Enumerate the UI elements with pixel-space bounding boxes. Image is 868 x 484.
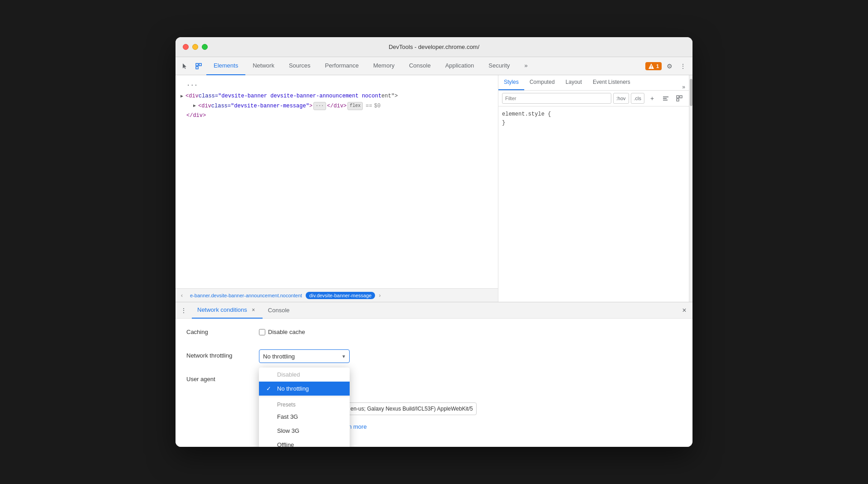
breadcrumb-item-1[interactable]: e-banner.devsite-banner-announcement.noc… — [186, 292, 306, 299]
svg-rect-6 — [663, 97, 668, 97]
html-line-3[interactable]: </div> — [176, 111, 498, 121]
html-line-2[interactable]: ▶ <div class= "devsite-banner-message" >… — [176, 102, 498, 111]
new-style-rule-icon[interactable] — [660, 92, 672, 104]
throttling-select[interactable]: No throttling Fast 3G Slow 3G Offline — [259, 349, 350, 363]
drawer-tabs-bar: ⋮ Network conditions × Console × — [176, 302, 692, 319]
dropdown-fast3g-item[interactable]: Fast 3G — [259, 410, 350, 424]
drawer-tab-network-conditions[interactable]: Network conditions × — [192, 302, 263, 319]
svg-rect-4 — [651, 65, 651, 67]
triangle-icon: ▶ — [179, 94, 185, 99]
tab-computed[interactable]: Computed — [524, 75, 560, 90]
filter-input[interactable] — [502, 93, 611, 104]
dropdown-presets-header: Presets — [259, 398, 350, 410]
styles-filter-bar: :hov .cls + — [498, 91, 689, 106]
breadcrumb-left-arrow[interactable]: ‹ — [177, 289, 186, 302]
throttling-label: Network throttling — [186, 349, 259, 359]
triangle-icon-2: ▶ — [192, 103, 197, 109]
tab-styles[interactable]: Styles — [498, 75, 524, 90]
tab-console[interactable]: Console — [402, 57, 438, 75]
hov-button[interactable]: :hov — [613, 93, 629, 104]
html-line-1[interactable]: ▶ <div class= "devsite-banner devsite-ba… — [176, 92, 498, 101]
elements-panel: ··· ▶ <div class= "devsite-banner devsit… — [176, 75, 498, 302]
minimize-button[interactable] — [192, 44, 198, 50]
notification-badge[interactable]: 1 — [645, 62, 662, 70]
tab-memory[interactable]: Memory — [366, 57, 402, 75]
main-content: ··· ▶ <div class= "devsite-banner devsit… — [176, 75, 692, 302]
devtools-window: DevTools - developer.chrome.com/ Element… — [176, 37, 692, 447]
nc-content: Caching Disable cache Network throttling… — [176, 319, 692, 447]
dropdown-slow3g-item[interactable]: Slow 3G — [259, 424, 350, 438]
check-icon: ✓ — [266, 385, 273, 392]
throttling-dropdown: Disabled ✓ No throttling Presets Fast 3G — [259, 368, 350, 447]
caching-row: Caching Disable cache — [186, 326, 682, 340]
styles-panel: Styles Computed Layout Event Listeners » — [498, 75, 689, 302]
bottom-drawer: ⋮ Network conditions × Console × Caching — [176, 302, 692, 447]
cursor-icon[interactable] — [179, 60, 191, 72]
tab-application[interactable]: Application — [438, 57, 482, 75]
svg-rect-1 — [196, 67, 198, 69]
drawer-menu-icon[interactable]: ⋮ — [177, 304, 190, 317]
tab-security[interactable]: Security — [481, 57, 517, 75]
styles-tabs: Styles Computed Layout Event Listeners » — [498, 75, 689, 91]
tab-more[interactable]: » — [517, 57, 535, 75]
traffic-lights — [183, 44, 208, 50]
html-line-dots: ··· — [176, 79, 498, 92]
flex-badge: flex — [347, 102, 363, 110]
more-options-icon[interactable]: ⋮ — [677, 60, 689, 72]
settings-icon[interactable]: ⚙ — [663, 60, 675, 72]
right-scrollbar[interactable] — [689, 75, 692, 302]
caching-control: Disable cache — [259, 326, 682, 335]
toolbar-tabs: Elements Network Sources Performance Mem… — [206, 57, 644, 75]
tab-elements[interactable]: Elements — [206, 57, 245, 75]
toolbar-right: 1 ⚙ ⋮ — [645, 60, 689, 72]
breadcrumb-right-arrow[interactable]: › — [375, 289, 384, 302]
drawer-close-button[interactable]: × — [678, 304, 691, 317]
drawer-tab-console[interactable]: Console — [263, 302, 295, 319]
inspector-icon[interactable] — [193, 60, 205, 72]
caching-checkbox-label[interactable]: Disable cache — [259, 326, 305, 335]
html-view: ··· ▶ <div class= "devsite-banner devsit… — [176, 75, 498, 288]
devtools-toolbar: Elements Network Sources Performance Mem… — [176, 57, 692, 75]
breadcrumb-item-2[interactable]: div.devsite-banner-message — [306, 292, 375, 299]
tab-event-listeners[interactable]: Event Listeners — [587, 75, 636, 90]
dropdown-no-throttling-item[interactable]: ✓ No throttling — [259, 382, 350, 396]
dropdown-divider-1 — [259, 397, 350, 397]
dropdown-offline-item[interactable]: Offline — [259, 438, 350, 447]
drawer-tab-close[interactable]: × — [250, 306, 257, 314]
tab-layout[interactable]: Layout — [560, 75, 587, 90]
svg-rect-8 — [663, 100, 668, 101]
tab-network[interactable]: Network — [245, 57, 282, 75]
svg-rect-10 — [680, 96, 682, 98]
styles-content: element.style { } — [498, 106, 689, 302]
svg-rect-7 — [663, 98, 667, 99]
close-button[interactable] — [183, 44, 189, 50]
maximize-button[interactable] — [202, 44, 208, 50]
dropdown-disabled-item: Disabled — [259, 368, 350, 382]
user-agent-label: User agent — [186, 373, 259, 382]
throttling-select-wrapper: No throttling Fast 3G Slow 3G Offline ▼ — [259, 349, 350, 363]
caching-label: Caching — [186, 326, 259, 335]
title-bar: DevTools - developer.chrome.com/ — [176, 37, 692, 57]
add-style-icon[interactable]: + — [646, 92, 658, 104]
window-title: DevTools - developer.chrome.com/ — [389, 44, 479, 50]
ellipsis-badge: ··· — [313, 102, 326, 110]
styles-more-button[interactable]: » — [678, 84, 689, 90]
svg-rect-11 — [677, 99, 679, 101]
breadcrumb-bar: ‹ e-banner.devsite-banner-announcement.n… — [176, 288, 498, 302]
svg-rect-2 — [199, 63, 201, 66]
throttling-control: No throttling Fast 3G Slow 3G Offline ▼ — [259, 349, 682, 363]
throttling-row: Network throttling No throttling Fast 3G… — [186, 349, 682, 364]
cls-button[interactable]: .cls — [631, 93, 645, 104]
svg-rect-0 — [196, 63, 198, 66]
caching-checkbox[interactable] — [259, 329, 265, 335]
inspect-icon[interactable] — [673, 92, 685, 104]
scrollbar-thumb[interactable] — [690, 79, 692, 106]
tab-performance[interactable]: Performance — [318, 57, 366, 75]
tab-sources[interactable]: Sources — [282, 57, 318, 75]
svg-rect-9 — [677, 96, 679, 98]
svg-rect-5 — [651, 68, 651, 68]
